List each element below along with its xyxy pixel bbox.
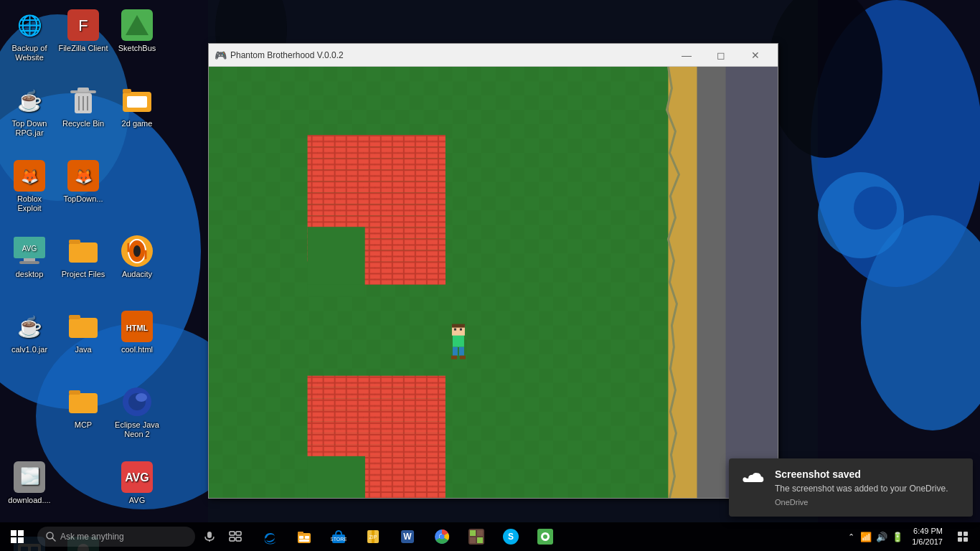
search-input[interactable] [60, 532, 182, 542]
icon-label: Roblox Exploit [4, 194, 55, 213]
svg-rect-95 [308, 227, 365, 284]
icon-roblox-exploit[interactable]: 🦊 Roblox Exploit [4, 154, 55, 230]
taskbar-chrome[interactable] [425, 522, 459, 551]
svg-rect-121 [18, 537, 24, 543]
svg-rect-109 [453, 334, 464, 347]
svg-text:AVG: AVG [22, 245, 37, 253]
taskbar-store[interactable]: STORE [321, 522, 356, 551]
svg-rect-97 [308, 376, 446, 387]
svg-rect-147 [477, 530, 483, 536]
icon-audacity[interactable]: Audacity [111, 230, 163, 305]
icon-label: cool.html [121, 345, 153, 354]
svg-rect-157 [958, 537, 962, 542]
window-titlebar[interactable]: 🎮 Phantom Brotherhood V.0.0.2 — ◻ ✕ [209, 44, 778, 67]
svg-text:S: S [508, 532, 514, 542]
svg-rect-146 [470, 530, 476, 536]
svg-rect-127 [236, 532, 241, 535]
icon-sketchbus[interactable]: SketchBus [111, 4, 163, 79]
svg-point-154 [543, 534, 547, 539]
icon-project-files[interactable]: Project Files [57, 230, 109, 305]
svg-rect-87 [308, 204, 446, 215]
svg-point-7 [854, 187, 897, 230]
svg-rect-124 [207, 532, 212, 538]
tray-clock[interactable]: 6:49 PM 1/6/2017 [906, 526, 948, 548]
tray-volume-icon[interactable]: 🔊 [876, 532, 887, 542]
svg-rect-86 [308, 192, 446, 204]
svg-rect-116 [451, 356, 457, 359]
icon-label: Backup of Website [4, 44, 55, 62]
icon-topdown2[interactable]: 🦊 TopDown... [57, 154, 109, 230]
desktop: 🌐 Backup of Website F FileZilla Client S… [0, 0, 980, 551]
taskbar-winzip[interactable]: ZIP [356, 522, 390, 551]
icon-filezilla[interactable]: F FileZilla Client [57, 4, 109, 79]
icon-label: desktop [16, 270, 44, 279]
taskbar-minecraft[interactable] [459, 522, 494, 551]
svg-point-144 [440, 534, 445, 540]
tray-network-icon[interactable]: 📶 [860, 532, 872, 542]
game-window: 🎮 Phantom Brotherhood V.0.0.2 — ◻ ✕ [208, 43, 778, 499]
icon-cool-html[interactable]: HTML cool.html [111, 305, 163, 380]
icon-mcp[interactable]: MCP [57, 380, 109, 456]
minimize-button[interactable]: — [670, 44, 703, 67]
close-button[interactable]: ✕ [739, 44, 772, 67]
svg-text:🦊: 🦊 [21, 168, 39, 185]
search-bar[interactable] [37, 527, 195, 547]
icon-backup-website[interactable]: 🌐 Backup of Website [4, 4, 55, 79]
icon-calv1[interactable]: ☕ calv1.0.jar [4, 305, 55, 380]
tray-icons: 📶 🔊 🔋 [860, 532, 903, 542]
cortana-button[interactable] [198, 522, 221, 551]
icon-label: SketchBus [118, 44, 156, 53]
onedrive-notification[interactable]: Screenshot saved The screenshot was adde… [729, 458, 973, 517]
maximize-button[interactable]: ◻ [705, 44, 738, 67]
svg-point-36 [133, 245, 141, 257]
taskbar: STORE ZIP W [0, 522, 980, 551]
taskbar-tray: ⌃ 📶 🔊 🔋 6:49 PM 1/6/2017 [845, 522, 980, 551]
icon-desktop[interactable]: AVG desktop [4, 230, 55, 305]
svg-rect-107 [365, 491, 446, 498]
svg-rect-43 [69, 393, 98, 413]
taskbar-greenshot[interactable] [528, 522, 562, 551]
svg-rect-156 [963, 532, 968, 536]
svg-rect-120 [11, 537, 17, 543]
icon-download[interactable]: 🌫️ download.... [4, 456, 55, 531]
start-button[interactable] [0, 522, 34, 551]
taskbar-edge[interactable] [253, 522, 287, 551]
svg-rect-85 [308, 181, 446, 192]
clock-date: 1/6/2017 [912, 537, 943, 547]
svg-rect-111 [459, 347, 464, 356]
svg-rect-132 [299, 536, 303, 539]
notification-center-button[interactable] [951, 522, 974, 551]
icon-java[interactable]: Java [57, 305, 109, 380]
icon-label: Top Down RPG.jar [4, 119, 55, 138]
icon-label: TopDown... [63, 194, 103, 204]
icon-recycle-bin[interactable]: Recycle Bin [57, 79, 109, 154]
svg-rect-69 [209, 67, 733, 498]
svg-text:F: F [78, 17, 88, 34]
icon-eclipse-java[interactable]: Eclipse Java Neon 2 [111, 380, 163, 456]
icon-label: AVG [129, 496, 145, 505]
taskbar-explorer[interactable] [287, 522, 321, 551]
icon-label: FileZilla Client [58, 44, 108, 53]
game-canvas [209, 67, 778, 498]
tray-battery-icon[interactable]: 🔋 [892, 532, 903, 542]
svg-rect-106 [365, 479, 446, 491]
icon-topdown-rpg[interactable]: ☕ Top Down RPG.jar [4, 79, 55, 154]
svg-rect-103 [308, 445, 446, 456]
svg-text:HTML: HTML [126, 324, 149, 332]
icon-2d-game[interactable]: 2d game [111, 79, 163, 154]
icon-label: MCP [75, 420, 92, 430]
game-scene [209, 67, 778, 498]
svg-rect-20 [77, 88, 89, 92]
taskbar-word[interactable]: W [390, 522, 425, 551]
svg-rect-23 [123, 89, 131, 93]
icon-label: download.... [8, 496, 50, 505]
svg-rect-118 [11, 530, 17, 536]
taskbar-skype[interactable]: S [494, 522, 528, 551]
window-icon: 🎮 [215, 50, 226, 61]
icon-avg[interactable]: AVG AVG [111, 456, 163, 531]
svg-rect-96 [365, 261, 446, 284]
svg-rect-158 [963, 537, 968, 542]
task-view-button[interactable] [221, 522, 250, 551]
tray-chevron[interactable]: ⌃ [845, 529, 857, 545]
svg-line-123 [52, 538, 55, 541]
